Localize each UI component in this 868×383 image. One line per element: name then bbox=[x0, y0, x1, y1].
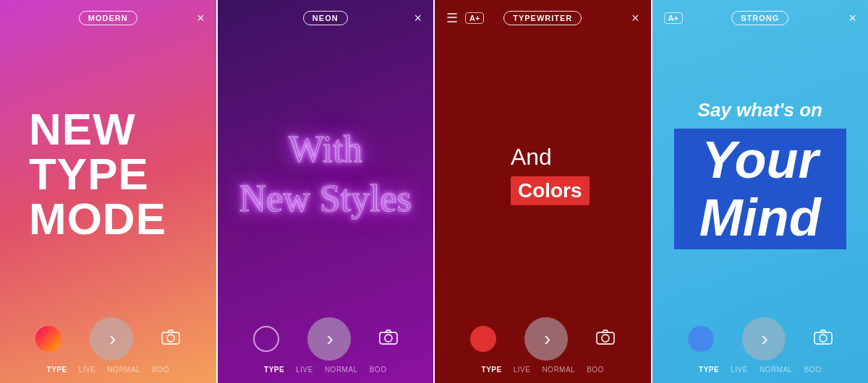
nav-type-strong[interactable]: TYPE bbox=[693, 366, 725, 374]
color-circle-strong[interactable] bbox=[688, 326, 714, 352]
svg-point-1 bbox=[167, 335, 174, 342]
bottom-nav-modern: TYPE LIVE NORMAL BOO bbox=[0, 363, 216, 383]
text-format-icon-strong[interactable]: A+ bbox=[664, 12, 683, 24]
nav-normal-typewriter[interactable]: NORMAL bbox=[536, 366, 581, 374]
bottom-nav-typewriter: TYPE LIVE NORMAL BOO bbox=[435, 363, 651, 383]
colors-text: Colors bbox=[511, 176, 590, 205]
shutter-arrow-neon: › bbox=[327, 327, 333, 350]
nav-boo-strong[interactable]: BOO bbox=[799, 366, 827, 374]
nav-normal-modern[interactable]: NORMAL bbox=[101, 366, 146, 374]
svg-point-5 bbox=[602, 335, 609, 342]
style-badge-modern[interactable]: MODERN bbox=[79, 11, 137, 25]
menu-icon-typewriter[interactable]: ☰ bbox=[446, 10, 458, 26]
style-badge-strong[interactable]: STRONG bbox=[731, 11, 788, 25]
content-area-typewriter: And Colors bbox=[435, 36, 651, 312]
main-text-neon: WithNew Styles bbox=[239, 125, 412, 223]
bottom-controls-modern: › bbox=[0, 312, 216, 363]
panel-neon: NEON × WithNew Styles › TYPE LIVE NORMAL… bbox=[216, 0, 434, 383]
main-text-line3: MODE bbox=[29, 197, 202, 241]
content-area-strong: Say what's on Your Mind bbox=[652, 36, 869, 312]
your-text: Your bbox=[674, 132, 847, 189]
nav-boo-neon[interactable]: BOO bbox=[364, 366, 393, 374]
mind-text: Mind bbox=[674, 189, 847, 246]
nav-type-typewriter[interactable]: TYPE bbox=[476, 366, 508, 374]
close-button-typewriter[interactable]: × bbox=[631, 11, 639, 26]
main-text-line2: TYPE bbox=[29, 152, 202, 197]
shutter-button-typewriter[interactable]: › bbox=[524, 317, 568, 361]
nav-type-neon[interactable]: TYPE bbox=[258, 366, 290, 374]
panel-modern: MODERN × NEW TYPE MODE › TYPE LIVE NORMA… bbox=[0, 0, 216, 383]
top-bar-typewriter: ☰ A+ TYPEWRITER × bbox=[435, 0, 651, 36]
close-button-modern[interactable]: × bbox=[197, 11, 205, 26]
top-bar-neon: NEON × bbox=[218, 0, 434, 36]
top-bar-modern: MODERN × bbox=[0, 0, 216, 36]
style-badge-neon[interactable]: NEON bbox=[303, 11, 348, 25]
main-text-modern: NEW TYPE MODE bbox=[14, 107, 202, 241]
camera-button-modern[interactable] bbox=[161, 329, 180, 349]
panel-strong: A+ STRONG × Say what's on Your Mind › TY… bbox=[651, 0, 869, 383]
nav-type-modern[interactable]: TYPE bbox=[41, 366, 73, 374]
bottom-controls-neon: › bbox=[218, 312, 434, 363]
camera-button-strong[interactable] bbox=[814, 329, 833, 349]
panel-typewriter: ☰ A+ TYPEWRITER × And Colors › TYPE LIVE… bbox=[433, 0, 651, 383]
shutter-button-modern[interactable]: › bbox=[90, 317, 133, 361]
text-format-icon-typewriter[interactable]: A+ bbox=[465, 12, 484, 24]
nav-normal-neon[interactable]: NORMAL bbox=[319, 366, 364, 374]
nav-boo-typewriter[interactable]: BOO bbox=[581, 366, 610, 374]
bottom-controls-strong: › bbox=[652, 312, 869, 363]
nav-live-neon[interactable]: LIVE bbox=[290, 366, 319, 374]
camera-button-neon[interactable] bbox=[379, 329, 398, 349]
main-text-strong: Say what's on Your Mind bbox=[667, 99, 854, 249]
top-bar-strong: A+ STRONG × bbox=[652, 0, 869, 36]
shutter-button-strong[interactable]: › bbox=[742, 317, 786, 361]
style-badge-typewriter[interactable]: TYPEWRITER bbox=[503, 11, 582, 25]
content-area-modern: NEW TYPE MODE bbox=[0, 36, 216, 312]
content-area-neon: WithNew Styles bbox=[218, 36, 434, 312]
svg-point-3 bbox=[385, 335, 392, 342]
main-text-typewriter: And Colors bbox=[496, 144, 590, 205]
bottom-nav-strong: TYPE LIVE NORMAL BOO bbox=[652, 363, 869, 383]
and-text: And bbox=[511, 144, 590, 171]
bottom-controls-typewriter: › bbox=[435, 312, 651, 363]
color-circle-modern[interactable] bbox=[35, 326, 61, 352]
say-text: Say what's on bbox=[674, 99, 847, 121]
camera-button-typewriter[interactable] bbox=[596, 329, 615, 349]
nav-boo-modern[interactable]: BOO bbox=[146, 366, 175, 374]
shutter-arrow-strong: › bbox=[762, 327, 768, 350]
nav-live-typewriter[interactable]: LIVE bbox=[508, 366, 537, 374]
color-circle-neon[interactable] bbox=[253, 326, 279, 352]
nav-normal-strong[interactable]: NORMAL bbox=[754, 366, 799, 374]
shutter-button-neon[interactable]: › bbox=[307, 317, 351, 361]
close-button-strong[interactable]: × bbox=[848, 11, 856, 26]
your-mind-block: Your Mind bbox=[674, 129, 847, 249]
nav-live-modern[interactable]: LIVE bbox=[73, 366, 102, 374]
bottom-nav-neon: TYPE LIVE NORMAL BOO bbox=[218, 363, 434, 383]
nav-live-strong[interactable]: LIVE bbox=[725, 366, 754, 374]
shutter-arrow-modern: › bbox=[109, 327, 116, 350]
color-circle-typewriter[interactable] bbox=[470, 326, 496, 352]
close-button-neon[interactable]: × bbox=[414, 11, 422, 26]
svg-point-7 bbox=[820, 335, 827, 342]
main-text-line1: NEW bbox=[29, 107, 202, 152]
shutter-arrow-typewriter: › bbox=[544, 327, 550, 350]
